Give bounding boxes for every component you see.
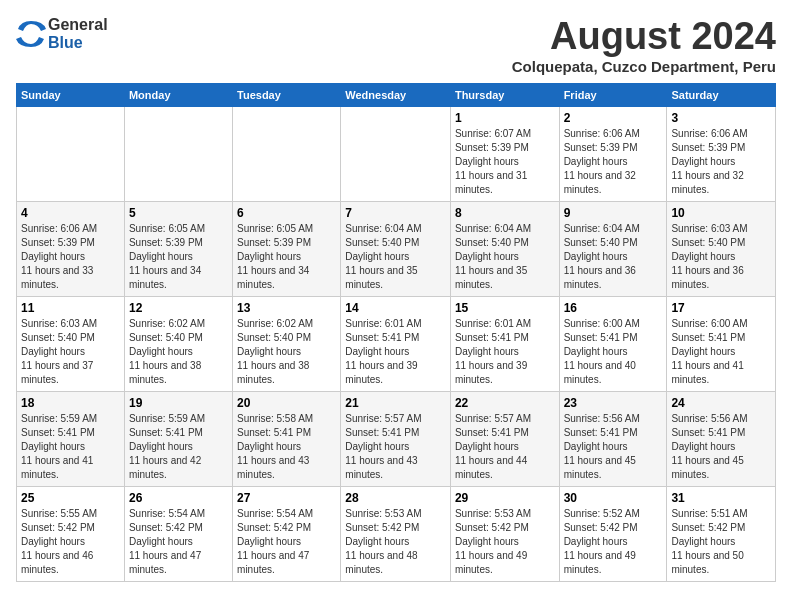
calendar-cell: 1Sunrise: 6:07 AMSunset: 5:39 PMDaylight…: [450, 106, 559, 201]
day-number: 11: [21, 301, 120, 315]
daylight-label: Daylight hours: [671, 251, 735, 262]
daylight-value: 11 hours and 47 minutes.: [129, 550, 201, 575]
sunrise-info: Sunrise: 5:52 AM: [564, 508, 640, 519]
daylight-label: Daylight hours: [455, 346, 519, 357]
sunset-info: Sunset: 5:41 PM: [21, 427, 95, 438]
sunset-info: Sunset: 5:41 PM: [345, 332, 419, 343]
daylight-label: Daylight hours: [129, 251, 193, 262]
daylight-value: 11 hours and 47 minutes.: [237, 550, 309, 575]
sunset-info: Sunset: 5:40 PM: [345, 237, 419, 248]
sunset-info: Sunset: 5:41 PM: [671, 427, 745, 438]
daylight-label: Daylight hours: [564, 441, 628, 452]
day-number: 12: [129, 301, 228, 315]
sunrise-info: Sunrise: 6:06 AM: [564, 128, 640, 139]
calendar-cell: 22Sunrise: 5:57 AMSunset: 5:41 PMDayligh…: [450, 391, 559, 486]
day-number: 17: [671, 301, 771, 315]
sunrise-info: Sunrise: 6:00 AM: [671, 318, 747, 329]
day-number: 31: [671, 491, 771, 505]
sunrise-info: Sunrise: 5:56 AM: [671, 413, 747, 424]
daylight-value: 11 hours and 41 minutes.: [671, 360, 743, 385]
day-info: Sunrise: 5:53 AMSunset: 5:42 PMDaylight …: [455, 507, 555, 577]
day-number: 15: [455, 301, 555, 315]
daylight-value: 11 hours and 50 minutes.: [671, 550, 743, 575]
daylight-label: Daylight hours: [129, 536, 193, 547]
daylight-label: Daylight hours: [345, 536, 409, 547]
day-info: Sunrise: 6:00 AMSunset: 5:41 PMDaylight …: [564, 317, 663, 387]
day-info: Sunrise: 5:57 AMSunset: 5:41 PMDaylight …: [455, 412, 555, 482]
sunset-info: Sunset: 5:39 PM: [21, 237, 95, 248]
calendar-cell: 23Sunrise: 5:56 AMSunset: 5:41 PMDayligh…: [559, 391, 667, 486]
week-row-2: 4Sunrise: 6:06 AMSunset: 5:39 PMDaylight…: [17, 201, 776, 296]
daylight-value: 11 hours and 41 minutes.: [21, 455, 93, 480]
daylight-value: 11 hours and 42 minutes.: [129, 455, 201, 480]
daylight-label: Daylight hours: [455, 251, 519, 262]
day-info: Sunrise: 5:54 AMSunset: 5:42 PMDaylight …: [129, 507, 228, 577]
sunset-info: Sunset: 5:40 PM: [21, 332, 95, 343]
day-number: 4: [21, 206, 120, 220]
daylight-value: 11 hours and 43 minutes.: [237, 455, 309, 480]
day-number: 27: [237, 491, 336, 505]
sunrise-info: Sunrise: 5:59 AM: [21, 413, 97, 424]
sunrise-info: Sunrise: 5:57 AM: [345, 413, 421, 424]
day-number: 8: [455, 206, 555, 220]
daylight-value: 11 hours and 32 minutes.: [564, 170, 636, 195]
logo-blue: Blue: [48, 34, 108, 52]
logo-icon: [16, 19, 46, 49]
daylight-value: 11 hours and 36 minutes.: [564, 265, 636, 290]
day-number: 22: [455, 396, 555, 410]
day-header-monday: Monday: [124, 83, 232, 106]
day-number: 19: [129, 396, 228, 410]
day-info: Sunrise: 6:02 AMSunset: 5:40 PMDaylight …: [237, 317, 336, 387]
calendar-cell: 26Sunrise: 5:54 AMSunset: 5:42 PMDayligh…: [124, 486, 232, 581]
day-number: 21: [345, 396, 446, 410]
calendar-cell: 27Sunrise: 5:54 AMSunset: 5:42 PMDayligh…: [233, 486, 341, 581]
daylight-value: 11 hours and 39 minutes.: [455, 360, 527, 385]
week-row-1: 1Sunrise: 6:07 AMSunset: 5:39 PMDaylight…: [17, 106, 776, 201]
day-info: Sunrise: 6:05 AMSunset: 5:39 PMDaylight …: [129, 222, 228, 292]
page-subtitle: Colquepata, Cuzco Department, Peru: [512, 58, 776, 75]
calendar-cell: 9Sunrise: 6:04 AMSunset: 5:40 PMDaylight…: [559, 201, 667, 296]
day-info: Sunrise: 5:53 AMSunset: 5:42 PMDaylight …: [345, 507, 446, 577]
day-info: Sunrise: 6:05 AMSunset: 5:39 PMDaylight …: [237, 222, 336, 292]
daylight-label: Daylight hours: [455, 156, 519, 167]
day-number: 23: [564, 396, 663, 410]
day-info: Sunrise: 5:52 AMSunset: 5:42 PMDaylight …: [564, 507, 663, 577]
daylight-label: Daylight hours: [564, 346, 628, 357]
day-info: Sunrise: 5:59 AMSunset: 5:41 PMDaylight …: [21, 412, 120, 482]
day-number: 5: [129, 206, 228, 220]
daylight-value: 11 hours and 31 minutes.: [455, 170, 527, 195]
day-header-tuesday: Tuesday: [233, 83, 341, 106]
day-info: Sunrise: 6:06 AMSunset: 5:39 PMDaylight …: [21, 222, 120, 292]
sunrise-info: Sunrise: 6:01 AM: [455, 318, 531, 329]
daylight-value: 11 hours and 34 minutes.: [237, 265, 309, 290]
daylight-value: 11 hours and 49 minutes.: [455, 550, 527, 575]
daylight-label: Daylight hours: [21, 441, 85, 452]
day-number: 3: [671, 111, 771, 125]
daylight-label: Daylight hours: [455, 441, 519, 452]
calendar-cell: 6Sunrise: 6:05 AMSunset: 5:39 PMDaylight…: [233, 201, 341, 296]
sunrise-info: Sunrise: 5:54 AM: [129, 508, 205, 519]
daylight-value: 11 hours and 38 minutes.: [129, 360, 201, 385]
week-row-3: 11Sunrise: 6:03 AMSunset: 5:40 PMDayligh…: [17, 296, 776, 391]
daylight-label: Daylight hours: [345, 441, 409, 452]
day-info: Sunrise: 5:59 AMSunset: 5:41 PMDaylight …: [129, 412, 228, 482]
daylight-value: 11 hours and 48 minutes.: [345, 550, 417, 575]
day-number: 7: [345, 206, 446, 220]
day-header-thursday: Thursday: [450, 83, 559, 106]
calendar-cell: 10Sunrise: 6:03 AMSunset: 5:40 PMDayligh…: [667, 201, 776, 296]
calendar-cell: 5Sunrise: 6:05 AMSunset: 5:39 PMDaylight…: [124, 201, 232, 296]
sunrise-info: Sunrise: 5:55 AM: [21, 508, 97, 519]
day-header-wednesday: Wednesday: [341, 83, 451, 106]
calendar-cell: 15Sunrise: 6:01 AMSunset: 5:41 PMDayligh…: [450, 296, 559, 391]
sunrise-info: Sunrise: 6:03 AM: [671, 223, 747, 234]
sunset-info: Sunset: 5:41 PM: [564, 332, 638, 343]
daylight-value: 11 hours and 37 minutes.: [21, 360, 93, 385]
sunset-info: Sunset: 5:41 PM: [345, 427, 419, 438]
calendar-cell: 14Sunrise: 6:01 AMSunset: 5:41 PMDayligh…: [341, 296, 451, 391]
sunrise-info: Sunrise: 6:04 AM: [345, 223, 421, 234]
day-number: 1: [455, 111, 555, 125]
day-info: Sunrise: 6:04 AMSunset: 5:40 PMDaylight …: [564, 222, 663, 292]
day-number: 24: [671, 396, 771, 410]
day-number: 10: [671, 206, 771, 220]
daylight-value: 11 hours and 33 minutes.: [21, 265, 93, 290]
